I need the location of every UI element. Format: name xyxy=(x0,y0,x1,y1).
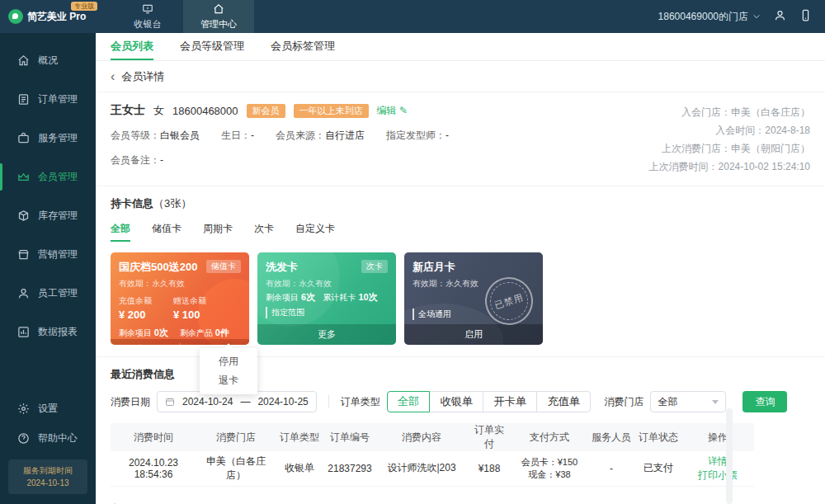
menu-item-refund-card[interactable]: 退卡 xyxy=(200,371,257,390)
recharge-button[interactable]: 充值 xyxy=(111,339,180,345)
cell-order-no: 21837293 xyxy=(323,451,376,486)
card-scope: 指定范围 xyxy=(266,307,388,318)
member-badge-new: 新会员 xyxy=(247,104,285,118)
sidebar-item-reports[interactable]: 数据报表 xyxy=(0,313,96,351)
pro-version-badge: 专业版 xyxy=(71,2,97,11)
sidebar-item-label: 会员管理 xyxy=(38,170,78,184)
tab-cashier[interactable]: 收银台 xyxy=(112,0,183,33)
cell-operation: 详情打印小票 xyxy=(681,451,754,486)
last-time: 上次消费时间：2024-10-02 15:24:10 xyxy=(596,158,810,176)
card-monthly-disabled: 新店月卡 有效期：永久有效 已禁用 全场通用 启用 xyxy=(404,252,543,345)
back-button[interactable]: ‹ xyxy=(111,70,115,83)
date-to: 2024-10-25 xyxy=(257,396,308,407)
sidebar-item-inventory[interactable]: 库存管理 xyxy=(0,196,96,235)
sidebar-item-marketing[interactable]: 营销管理 xyxy=(0,235,96,274)
sidebar-item-orders[interactable]: 订单管理 xyxy=(0,80,96,119)
field-value: - xyxy=(251,130,254,141)
scroll-left-arrow[interactable]: ‹ xyxy=(112,498,116,504)
cell-time: 2024.10.23 18:54:36 xyxy=(111,451,196,486)
brand: 简艺美业 Pro 专业版 xyxy=(0,0,96,33)
member-gender: 女 xyxy=(153,103,164,118)
gift-balance: 赠送余额 ¥ 100 xyxy=(173,295,206,321)
member-page-tabs: 会员列表 会员等级管理 会员标签管理 xyxy=(96,33,825,61)
card-validity: 有效期：永久有效 xyxy=(119,278,241,290)
member-info-panel: 王女士 女 18600468000 新会员 一年以上未到店 编辑 ✎ 会员等级：… xyxy=(96,92,825,186)
card-counts: 剩余项目 6次 累计耗卡 10次 xyxy=(266,291,388,304)
enable-button[interactable]: 启用 xyxy=(404,324,543,345)
order-type-cashier[interactable]: 收银单 xyxy=(429,391,483,412)
remaining-products: 剩余产品 0件 xyxy=(180,327,229,339)
overview-icon xyxy=(17,54,30,67)
sidebar-item-services[interactable]: 服务管理 xyxy=(0,119,96,158)
service-icon xyxy=(17,132,30,144)
card-tab-all[interactable]: 全部 xyxy=(111,222,130,242)
detail-link[interactable]: 详情 xyxy=(708,455,728,467)
cell-paid: ¥188 xyxy=(467,451,512,486)
date-filter-label: 消费日期 xyxy=(111,395,150,409)
more-button[interactable]: 更多 xyxy=(257,324,396,345)
sidebar-item-settings[interactable]: 设置 xyxy=(0,393,96,423)
store-select[interactable]: 全部 xyxy=(650,391,726,412)
tab-member-list[interactable]: 会员列表 xyxy=(111,33,153,60)
order-type-all[interactable]: 全部 xyxy=(387,391,431,412)
sidebar-item-staff[interactable]: 员工管理 xyxy=(0,274,96,313)
card-type-badge: 次卡 xyxy=(361,260,388,273)
report-icon xyxy=(17,326,30,338)
col-content: 消费内容 xyxy=(376,423,467,451)
last-store: 上次消费门店：申美（朝阳门店） xyxy=(596,139,810,158)
sidebar-item-overview[interactable]: 概况 xyxy=(0,41,96,80)
search-button[interactable]: 查询 xyxy=(742,391,787,412)
edit-member-button[interactable]: 编辑 ✎ xyxy=(377,104,408,118)
sidebar-item-members[interactable]: 会员管理 xyxy=(0,158,96,196)
card-type-tabs: 全部 储值卡 周期卡 次卡 自定义卡 xyxy=(111,222,810,242)
topbar: 简艺美业 Pro 专业版 收银台 管理中心 18600469000的门店 xyxy=(0,0,825,33)
marketing-icon xyxy=(17,248,30,261)
tab-member-level[interactable]: 会员等级管理 xyxy=(180,33,244,60)
card-name: 国庆档500送200 xyxy=(119,260,197,275)
table-scrollbar[interactable] xyxy=(726,408,733,504)
menu-item-deactivate[interactable]: 停用 xyxy=(200,352,257,371)
app-title: 简艺美业 Pro xyxy=(27,10,86,24)
tab-admin-center[interactable]: 管理中心 xyxy=(183,0,254,33)
date-separator: — xyxy=(240,396,250,407)
member-store-info: 入会门店：申美（白各庄店） 入会时间：2024-8-18 上次消费门店：申美（朝… xyxy=(596,103,810,176)
account-icon[interactable] xyxy=(774,9,786,24)
table-pager: ‹ › xyxy=(111,495,810,504)
field-label: 会员来源： xyxy=(276,130,325,141)
order-type-recharge[interactable]: 充值单 xyxy=(536,391,591,412)
gear-icon xyxy=(17,403,30,415)
sidebar-item-help[interactable]: 帮助中心 xyxy=(0,423,96,453)
order-type-open-card[interactable]: 开卡单 xyxy=(483,391,537,412)
tab-member-tag[interactable]: 会员标签管理 xyxy=(271,33,335,60)
remaining-items: 剩余项目 0次 xyxy=(119,327,168,339)
cell-pay-method: 会员卡：¥150 现金：¥38 xyxy=(512,451,587,486)
card-tab-custom[interactable]: 自定义卡 xyxy=(295,222,335,242)
store-filter-label: 消费门店 xyxy=(604,395,644,409)
member-level-field: 会员等级：白银会员 xyxy=(111,129,200,143)
card-tab-stored[interactable]: 储值卡 xyxy=(152,222,182,242)
join-time: 入会时间：2024-8-18 xyxy=(596,121,810,139)
store-selector[interactable]: 18600469000的门店 xyxy=(658,10,761,24)
calendar-icon xyxy=(165,397,175,407)
col-order-no: 订单编号 xyxy=(323,423,376,451)
field-value: - xyxy=(160,154,163,166)
field-label: 指定发型师： xyxy=(386,130,446,141)
member-badge-inactive: 一年以上未到店 xyxy=(294,104,369,118)
sidebar: 概况 订单管理 服务管理 会员管理 库存管理 营销管理 xyxy=(0,33,96,504)
mobile-icon[interactable] xyxy=(799,9,812,24)
card-tab-period[interactable]: 周期卡 xyxy=(203,222,233,242)
member-icon xyxy=(17,171,30,183)
field-value: 白银会员 xyxy=(160,130,200,141)
card-tab-times[interactable]: 次卡 xyxy=(254,222,274,242)
sidebar-item-label: 员工管理 xyxy=(38,286,78,300)
service-expiry-label: 服务到期时间 xyxy=(12,464,84,477)
store-select-value: 全部 xyxy=(658,395,677,409)
sidebar-item-label: 帮助中心 xyxy=(38,431,78,445)
card-validity: 有效期：永久有效 xyxy=(266,278,388,290)
order-type-group: 全部 收银单 开卡单 充值单 xyxy=(387,391,592,412)
card-stored-value: 国庆档500送200 储值卡 有效期：永久有效 充值余额 ¥ 200 赠送余额 xyxy=(111,252,249,345)
app-window: 简艺美业 Pro 专业版 收银台 管理中心 18600469000的门店 xyxy=(0,0,825,504)
date-from: 2024-10-24 xyxy=(182,396,233,407)
page-title: 会员详情 xyxy=(121,69,164,84)
more-button[interactable]: 更多 xyxy=(181,339,250,345)
